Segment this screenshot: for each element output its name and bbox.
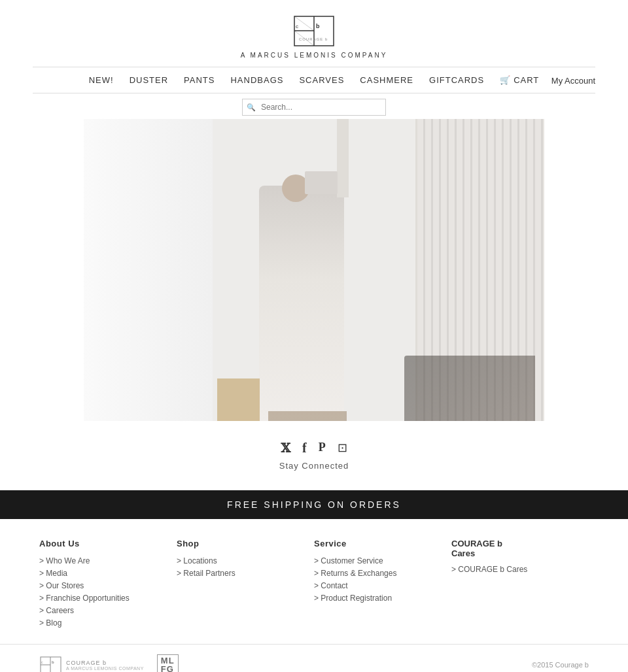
- footer: About Us Who We Are Media Our Stores Fra…: [0, 519, 628, 644]
- logo-tagline: A MARCUS LEMONIS COMPANY: [241, 52, 388, 59]
- svg-text:c: c: [41, 660, 43, 664]
- footer-cares-subtitle: Cares: [451, 548, 589, 558]
- hero-section: [0, 119, 628, 421]
- footer-logo-text: COURAGE b: [66, 660, 144, 666]
- logo[interactable]: c b COURAGE b A MARCUS LEMONIS COMPANY: [241, 13, 388, 59]
- svg-text:b: b: [52, 660, 54, 664]
- footer-about-us: About Us Who We Are Media Our Stores Fra…: [39, 539, 177, 631]
- cart-icon: 🛒: [500, 75, 511, 85]
- hero-lamp-pole: [337, 119, 349, 197]
- footer-service: Service Customer Service Returns & Excha…: [314, 539, 451, 631]
- footer-careers[interactable]: Careers: [39, 606, 177, 615]
- nav-item-scarves[interactable]: SCARVES: [299, 75, 344, 85]
- hero-figure-body: [259, 186, 344, 421]
- svg-text:COURAGE b: COURAGE b: [299, 37, 328, 41]
- copyright-text: ©2015 Courage b: [532, 661, 589, 669]
- footer-courage-b-logo: c b COURAGE b A MARCUS LEMONIS COMPANY: [39, 656, 144, 672]
- search-wrapper: [242, 99, 386, 116]
- facebook-icon[interactable]: f: [302, 441, 307, 456]
- footer-shop-title: Shop: [177, 539, 314, 548]
- footer-who-we-are[interactable]: Who We Are: [39, 556, 177, 565]
- footer-customer-service[interactable]: Customer Service: [314, 556, 451, 565]
- footer-shop: Shop Locations Retail Partners: [177, 539, 314, 631]
- footer-logos: c b COURAGE b A MARCUS LEMONIS COMPANY M…: [39, 654, 179, 672]
- hero-lamp-shade: [305, 171, 338, 194]
- social-icons: 𝕏 f P ⊡: [0, 441, 628, 456]
- nav-item-handbags[interactable]: HANDBAGS: [230, 75, 283, 85]
- nav-item-duster[interactable]: DUSTER: [130, 75, 168, 85]
- twitter-icon[interactable]: 𝕏: [281, 441, 290, 456]
- logo-symbol: c b COURAGE b: [241, 13, 388, 49]
- hero-wooden-box: [217, 378, 260, 421]
- footer-product-registration[interactable]: Product Registration: [314, 594, 451, 603]
- nav-links: NEW! DUSTER PANTS HANDBAGS SCARVES CASHM…: [33, 75, 595, 85]
- footer-about-title: About Us: [39, 539, 177, 548]
- nav-item-pants[interactable]: PANTS: [184, 75, 215, 85]
- svg-text:c: c: [296, 24, 298, 29]
- shipping-banner: FREE SHIPPING ON ORDERS: [0, 490, 628, 519]
- nav-item-cashmere[interactable]: CASHMERE: [360, 75, 413, 85]
- hero-dark-items: [404, 356, 535, 421]
- nav-item-new[interactable]: NEW!: [89, 75, 114, 85]
- my-account-link[interactable]: My Account: [551, 75, 595, 85]
- footer-media[interactable]: Media: [39, 569, 177, 578]
- search-input[interactable]: [242, 99, 386, 116]
- footer-courage-cares: COURAGE b Cares COURAGE b Cares: [451, 539, 589, 631]
- footer-courage-b-title: COURAGE b: [451, 539, 589, 548]
- footer-courage-cares-link[interactable]: COURAGE b Cares: [451, 565, 589, 574]
- footer-our-stores[interactable]: Our Stores: [39, 581, 177, 590]
- footer-logo-svg: c b: [39, 656, 62, 672]
- footer-columns: About Us Who We Are Media Our Stores Fra…: [39, 539, 589, 631]
- hero-left-bg: [84, 119, 213, 421]
- footer-contact[interactable]: Contact: [314, 581, 451, 590]
- hero-chair: [268, 411, 347, 421]
- hero-image: [84, 119, 544, 421]
- footer-franchise[interactable]: Franchise Opportunities: [39, 594, 177, 603]
- social-section: 𝕏 f P ⊡ Stay Connected: [0, 421, 628, 477]
- ml-fg-logo: ML FG: [157, 654, 179, 672]
- nav-cart[interactable]: 🛒 CART: [500, 75, 539, 85]
- footer-bottom: c b COURAGE b A MARCUS LEMONIS COMPANY M…: [0, 644, 628, 672]
- svg-text:b: b: [316, 23, 320, 29]
- footer-returns[interactable]: Returns & Exchanges: [314, 569, 451, 578]
- stay-connected-label: Stay Connected: [0, 461, 628, 471]
- footer-marcus-text: A MARCUS LEMONIS COMPANY: [66, 666, 144, 671]
- footer-blog[interactable]: Blog: [39, 618, 177, 628]
- footer-service-title: Service: [314, 539, 451, 548]
- instagram-icon[interactable]: ⊡: [338, 441, 347, 456]
- footer-retail-partners[interactable]: Retail Partners: [177, 569, 314, 578]
- logo-svg: c b COURAGE b: [291, 13, 337, 49]
- search-bar: [0, 93, 628, 119]
- pinterest-icon[interactable]: P: [319, 441, 326, 456]
- header: c b COURAGE b A MARCUS LEMONIS COMPANY: [0, 0, 628, 67]
- nav-item-giftcards[interactable]: GIFTCARDS: [429, 75, 484, 85]
- footer-locations[interactable]: Locations: [177, 556, 314, 565]
